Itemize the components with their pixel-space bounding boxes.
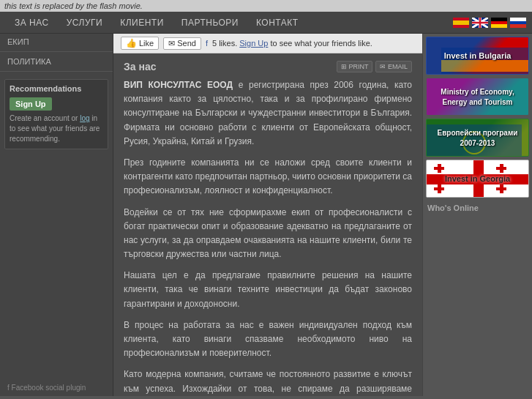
send-icon: ✉ (168, 39, 175, 48)
banner-invest-georgia-text: Invest in Georgia (442, 171, 513, 187)
print-button[interactable]: ⊞ PRINT (337, 61, 373, 72)
nav-flags (453, 18, 526, 28)
fb-count-icon: f (206, 39, 208, 48)
right-sidebar: Invest in Bulgaria Ministry of Economy, … (422, 34, 532, 396)
flash-bar: this text is replaced by the flash movie… (0, 0, 532, 12)
banner-ministry-text: Ministry of Economy, Energy and Tourism (427, 83, 528, 111)
svg-rect-21 (496, 187, 506, 190)
article-area: За нас ⊞ PRINT ✉ EMAIL ВИП КОНСУЛТАС ЕОО… (113, 53, 422, 396)
flag-russia-icon[interactable] (510, 18, 526, 28)
article-header: За нас ⊞ PRINT ✉ EMAIL (124, 61, 412, 72)
svg-rect-17 (496, 167, 506, 170)
fb-likes-text: 5 likes. Sign Up to see what your friend… (212, 39, 372, 48)
svg-rect-15 (434, 167, 444, 170)
article-paragraph-4: Нашата цел е да предлагаме правилните ре… (124, 269, 412, 311)
flag-germany-icon[interactable] (491, 18, 507, 28)
article-actions: ⊞ PRINT ✉ EMAIL (337, 61, 412, 72)
thumbs-up-icon: 👍 (126, 38, 137, 48)
nav-klienti[interactable]: КЛИЕНТИ (111, 12, 173, 33)
log-in-link[interactable]: log (80, 114, 89, 122)
article-paragraph-1: ВИП КОНСУЛТАС ЕООД е регистрирана през 2… (124, 78, 412, 149)
sidebar-divider-1 (0, 51, 113, 52)
fb-sign-up-link[interactable]: Sign Up (239, 39, 268, 48)
banner-eu-programs-text: Европейски програми 2007-2013 (427, 124, 528, 152)
article-paragraph-3: Водейки се от тях ние сформирахме екип о… (124, 206, 412, 262)
who-online-label: Who's Online (426, 201, 529, 215)
banner-invest-bulgaria-text: Invest in Bulgaria (441, 48, 514, 64)
nav-uslugi[interactable]: УСЛУГИ (58, 12, 112, 33)
article-paragraph-2: През годините компанията ни се наложи ср… (124, 156, 412, 198)
nav-za-nas[interactable]: ЗА НАС (6, 12, 58, 33)
fb-send-button[interactable]: ✉ Send (163, 37, 201, 50)
fb-like-button[interactable]: 👍 Like (121, 37, 159, 50)
top-nav: ЗА НАС УСЛУГИ КЛИЕНТИ ПАРТНЬОРИ КОНТАКТ (0, 12, 532, 34)
nav-kontakt[interactable]: КОНТАКТ (247, 12, 307, 33)
recommendations-box: Recommendations Sign Up Create an accoun… (4, 79, 108, 149)
sidebar-divider-2 (0, 71, 113, 72)
article-title: За нас (124, 61, 156, 72)
banner-ministry[interactable]: Ministry of Economy, Energy and Tourism (426, 78, 529, 116)
email-button[interactable]: ✉ EMAIL (375, 61, 412, 72)
center-content: 👍 Like ✉ Send f 5 likes. Sign Up to see … (113, 34, 422, 396)
nav-partnori[interactable]: ПАРТНЬОРИ (173, 12, 247, 33)
article-body: ВИП КОНСУЛТАС ЕООД е регистрирана през 2… (124, 78, 412, 396)
left-sidebar: ЕКИП ПОЛИТИКА Recommendations Sign Up Cr… (0, 34, 113, 396)
flag-spain-icon[interactable] (453, 18, 469, 28)
article-paragraph-6: Като модерна компания, считаме че постоя… (124, 368, 412, 396)
rec-title: Recommendations (10, 84, 103, 93)
sidebar-ekip[interactable]: ЕКИП (0, 34, 113, 50)
banner-invest-bulgaria[interactable]: Invest in Bulgaria (426, 37, 529, 75)
sign-up-button[interactable]: Sign Up (10, 97, 52, 111)
fb-plugin-label: f Facebook social plugin (0, 379, 113, 396)
main-layout: ЕКИП ПОЛИТИКА Recommendations Sign Up Cr… (0, 34, 532, 396)
rec-description: Create an account or log in to see what … (10, 113, 103, 144)
svg-rect-8 (441, 60, 529, 72)
banner-invest-georgia[interactable]: Invest in Georgia (426, 160, 529, 198)
fb-bar: 👍 Like ✉ Send f 5 likes. Sign Up to see … (113, 34, 422, 53)
sidebar-politika[interactable]: ПОЛИТИКА (0, 53, 113, 70)
flag-uk-icon[interactable] (472, 18, 488, 28)
svg-rect-19 (434, 187, 444, 190)
banner-eu-programs[interactable]: Европейски програми 2007-2013 (426, 119, 529, 157)
article-paragraph-5: В процес на работата за нас е важен инди… (124, 318, 412, 361)
